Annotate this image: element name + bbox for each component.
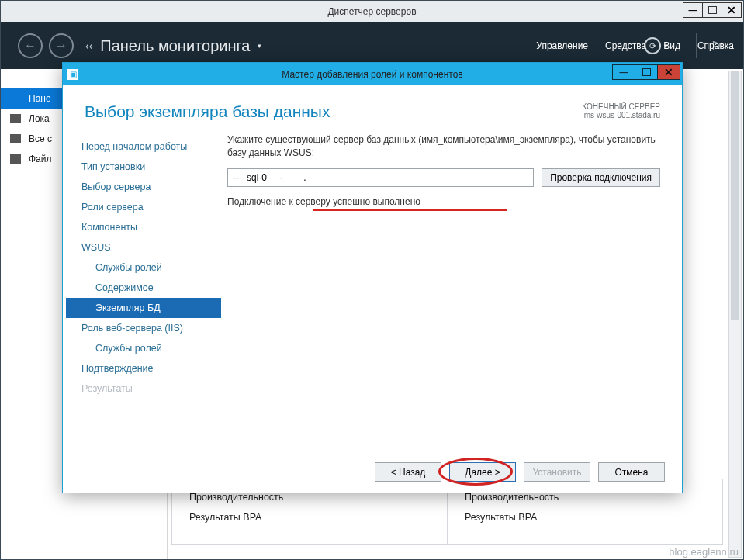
connection-status: Подключение к серверу успешно выполнено [227, 196, 660, 207]
page-title: Выбор экземпляра базы данных [85, 102, 330, 121]
step-before[interactable]: Перед началом работы [66, 137, 221, 157]
sm-maximize-button[interactable] [702, 2, 722, 18]
instruction-text: Укажите существующий сервер баз данных (… [227, 133, 660, 161]
menu-tools[interactable]: Средства [605, 40, 646, 51]
tile-bpa[interactable]: Результаты BPA [465, 507, 705, 527]
wizard-maximize-button[interactable] [635, 64, 658, 80]
step-server-roles[interactable]: Роли сервера [66, 197, 221, 217]
chevron-down-icon: ▾ [258, 42, 261, 50]
wizard-nav: Перед началом работы Тип установки Выбор… [66, 133, 221, 451]
step-type[interactable]: Тип установки [66, 157, 221, 177]
wizard-title: Мастер добавления ролей и компонентов [282, 69, 462, 80]
destination-server: КОНЕЧНЫЙ СЕРВЕР ms-wsus-001.stada.ru [582, 102, 660, 119]
step-wsus-roles[interactable]: Службы ролей [66, 258, 221, 278]
chevron-left-icon: ‹‹ [85, 40, 92, 52]
wizard-minimize-button[interactable]: — [612, 64, 635, 80]
install-button: Установить [524, 462, 590, 482]
step-content[interactable]: Содержимое [66, 278, 221, 298]
file-icon [10, 154, 21, 164]
back-button[interactable]: < Назад [375, 462, 441, 482]
sm-close-button[interactable]: ✕ [722, 2, 742, 18]
menu-view[interactable]: Вид [663, 40, 680, 51]
menu-help[interactable]: Справка [697, 40, 734, 51]
step-features[interactable]: Компоненты [66, 217, 221, 237]
step-db-instance[interactable]: Экземпляр БД [66, 298, 221, 318]
step-results: Результаты [66, 379, 221, 399]
step-wsus[interactable]: WSUS [66, 237, 221, 258]
wizard-close-button[interactable]: ✕ [657, 64, 680, 80]
servers-icon [10, 134, 21, 143]
breadcrumb[interactable]: ‹‹ Панель мониторинга ▾ [85, 37, 261, 55]
annotation-underline [313, 209, 507, 211]
step-server[interactable]: Выбор сервера [66, 177, 221, 197]
sm-scrollbar[interactable] [728, 71, 742, 558]
sm-minimize-button[interactable]: — [683, 2, 703, 18]
nav-forward-button[interactable]: → [49, 33, 74, 58]
wizard-icon: ▣ [67, 69, 78, 80]
sm-titlebar: Диспетчер серверов — ✕ [1, 1, 743, 22]
tile-bpa[interactable]: Результаты BPA [189, 507, 430, 527]
watermark: blog.eaglenn.ru [669, 546, 739, 558]
nav-back-button[interactable]: ← [18, 33, 43, 58]
breadcrumb-label: Панель мониторинга [100, 37, 250, 55]
wizard-titlebar: ▣ Мастер добавления ролей и компонентов … [63, 63, 682, 85]
next-button[interactable]: Далее > [449, 462, 516, 482]
menu-manage[interactable]: Управление [536, 40, 588, 51]
db-server-input[interactable] [227, 168, 534, 187]
dashboard-icon [10, 94, 21, 103]
cancel-button[interactable]: Отмена [598, 462, 665, 482]
add-roles-wizard: ▣ Мастер добавления ролей и компонентов … [62, 62, 683, 493]
check-connection-button[interactable]: Проверка подключения [542, 168, 660, 187]
step-confirm[interactable]: Подтверждение [66, 358, 221, 379]
step-iis[interactable]: Роль веб-сервера (IIS) [66, 318, 221, 338]
wizard-footer: < Назад Далее > Установить Отмена [63, 451, 682, 493]
sm-window-title: Диспетчер серверов [327, 6, 416, 17]
step-iis-roles[interactable]: Службы ролей [66, 338, 221, 358]
server-icon [10, 114, 21, 123]
